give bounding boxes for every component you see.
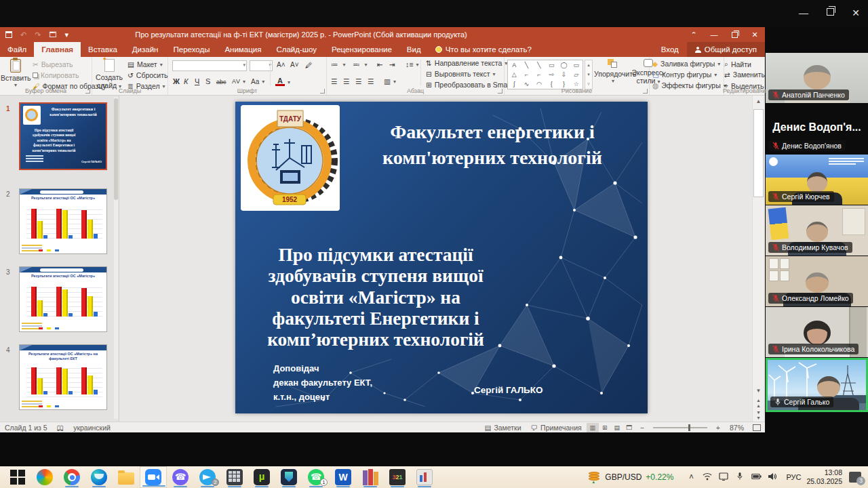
editor-scrollbar[interactable]: ▲ ▼ ▲▲ ▼▼ [752, 96, 764, 422]
microphone-icon[interactable] [734, 472, 746, 483]
character-spacing-button[interactable]: АV▾ [232, 78, 245, 85]
taskbar-utorrent[interactable]: µ [248, 466, 275, 488]
font-size-combobox[interactable] [250, 60, 273, 71]
taskbar-chart-app[interactable] [411, 466, 438, 488]
align-right-button[interactable]: ☰ [355, 77, 361, 85]
wifi-icon[interactable] [701, 472, 713, 483]
zoom-level[interactable]: 87% [725, 424, 749, 432]
shapes-gallery-scroll[interactable]: ▴▾▿ [585, 60, 593, 89]
tab-animations[interactable]: Анимация [217, 42, 269, 57]
taskbar-media-player[interactable]: 321 [384, 466, 411, 488]
find-button[interactable]: ⌕Найти [724, 60, 751, 68]
numbering-button[interactable]: ≕▾ [353, 60, 370, 68]
scroll-up-icon[interactable]: ▲ [753, 96, 764, 107]
increase-indent-button[interactable]: ⇥ [389, 60, 395, 68]
tab-view[interactable]: Вид [399, 42, 429, 57]
notification-center-icon[interactable]: 3 [849, 472, 861, 483]
align-left-button[interactable]: ☰ [331, 77, 337, 85]
tab-transitions[interactable]: Переходы [165, 42, 217, 57]
thumbnail-slide-1[interactable]: Факультет енергетики ікомп'ютерних техно… [19, 102, 107, 170]
taskbar-viber[interactable]: ☎ [167, 466, 194, 488]
grow-font-button[interactable]: A˄ [277, 61, 285, 68]
tab-design[interactable]: Дизайн [125, 42, 166, 57]
line-spacing-button[interactable]: ↕≡▾ [406, 60, 418, 68]
taskbar-calculator[interactable] [221, 466, 248, 488]
volume-icon[interactable] [766, 472, 778, 483]
italic-button[interactable]: К [182, 77, 190, 85]
taskbar-start-button[interactable] [4, 466, 31, 488]
thumbnail-scrollbar[interactable] [114, 97, 118, 419]
thumbnail-slide-2[interactable]: Результати атестації ОС «Магістр» [19, 188, 107, 254]
underline-button[interactable]: Ч [193, 77, 201, 85]
strikethrough-button[interactable]: abc [214, 79, 229, 85]
pp-restore-icon[interactable] [724, 27, 745, 42]
zoom-in-icon[interactable]: + [711, 424, 725, 432]
drawing-dialog-launcher[interactable] [643, 89, 648, 94]
thumbnail-slide-3[interactable]: Результати атестації ОС «Магістр» [19, 266, 107, 332]
shape-outline-button[interactable]: ▢Контур фигуры▾ [652, 70, 717, 79]
shape-fill-button[interactable]: ◆Заливка фигуры▾ [652, 60, 720, 68]
slideshow-view-icon[interactable]: 🗖 [623, 423, 635, 432]
text-shadow-button[interactable]: S [203, 77, 212, 85]
font-color-button[interactable]: А [275, 77, 285, 86]
tab-home[interactable]: Главная [34, 42, 81, 57]
columns-button[interactable]: ▥▾ [384, 77, 396, 85]
tab-slideshow[interactable]: Слайд-шоу [269, 42, 324, 57]
stock-ticker-widget[interactable]: GBP/USD +0.22% [589, 472, 673, 483]
ribbon-display-options-icon[interactable]: ⌃ [684, 27, 704, 42]
share-button[interactable]: Общий доступ [687, 42, 765, 57]
participant-tile[interactable]: Сергій Кюрчев [766, 155, 868, 205]
text-direction-button[interactable]: ⇅Направление текста▾ [426, 59, 507, 67]
spell-check-icon[interactable]: 🕮 [52, 424, 69, 432]
tray-expand-icon[interactable]: ˄ [685, 472, 697, 482]
participant-tile-active-speaker[interactable]: Сергій Галько [766, 358, 868, 412]
new-slide-button[interactable]: Создатьслайд ▾ [94, 59, 124, 89]
taskbar-winrar[interactable] [357, 466, 384, 488]
taskbar-chrome[interactable] [58, 466, 85, 488]
battery-icon[interactable] [750, 472, 762, 482]
taskbar-word[interactable]: W [330, 466, 357, 488]
taskbar-telegram[interactable]: 2 [194, 466, 221, 488]
zoom-out-icon[interactable]: − [635, 424, 649, 432]
bullets-button[interactable]: ≔▾ [331, 60, 348, 68]
tab-file[interactable]: Файл [0, 42, 34, 57]
shapes-gallery[interactable]: A╲╲▭◯▭ △⌐⌐⇨⇩▱ ʃ∿◠{}☆ [507, 60, 583, 89]
language-indicator-tray[interactable]: РУС [786, 473, 801, 481]
sign-in-button[interactable]: Вход [653, 45, 687, 54]
pp-minimize-icon[interactable]: — [704, 27, 724, 42]
font-name-combobox[interactable] [172, 60, 247, 71]
change-case-button[interactable]: Aa▾ [251, 78, 264, 85]
taskbar-clock[interactable]: 13:08 25.03.2025 [806, 468, 842, 486]
align-center-button[interactable]: ☰ [343, 77, 349, 85]
align-text-button[interactable]: ⊟Выровнять текст▾ [426, 70, 496, 78]
taskbar-adguard[interactable] [275, 466, 302, 488]
participant-tile[interactable]: Володимир Кувачов [766, 205, 868, 256]
decrease-indent-button[interactable]: ⇤ [377, 60, 383, 68]
participant-tile[interactable]: Денис Водоп'я... Денис Водоп'янов [766, 104, 868, 154]
notes-toggle[interactable]: ▤Заметки [479, 424, 526, 432]
normal-view-icon[interactable]: ▥ [587, 423, 599, 432]
replace-button[interactable]: ⇄Заменить▾ [724, 70, 770, 79]
clipboard-dialog-launcher[interactable] [85, 89, 90, 94]
next-slide-icon[interactable]: ▼▼ [753, 410, 764, 422]
slide-canvas[interactable]: ТДАТУ 1952 Факультет енергетики і комп'ю… [235, 102, 648, 413]
arrange-button[interactable]: Упорядочить▾ [594, 59, 632, 84]
taskbar-zoom-active[interactable] [140, 466, 167, 488]
bold-button[interactable]: Ж [171, 77, 182, 85]
fit-slide-icon[interactable] [753, 424, 761, 431]
thumbnail-slide-4[interactable]: Результати атестації ОС «Магістр» на фак… [19, 344, 107, 410]
taskbar-edge[interactable] [85, 466, 113, 488]
justify-button[interactable]: ☰ [368, 77, 374, 85]
taskbar-file-explorer[interactable] [113, 466, 140, 488]
clear-formatting-button[interactable]: 🖉 [305, 61, 313, 69]
paste-button[interactable]: Вставить▾ [1, 59, 31, 88]
paragraph-dialog-launcher[interactable] [498, 89, 502, 94]
comments-toggle[interactable]: 🗩Примечания [526, 424, 587, 432]
tab-review[interactable]: Рецензирование [324, 42, 399, 57]
tab-insert[interactable]: Вставка [81, 42, 125, 57]
participant-tile[interactable]: Ірина Колокольчикова [766, 307, 868, 357]
font-dialog-launcher[interactable] [320, 89, 325, 94]
participant-tile[interactable]: Анатолій Панченко [766, 53, 868, 103]
pp-close-icon[interactable]: ✕ [745, 27, 765, 42]
collapse-ribbon-icon[interactable]: ˄ [757, 85, 761, 92]
